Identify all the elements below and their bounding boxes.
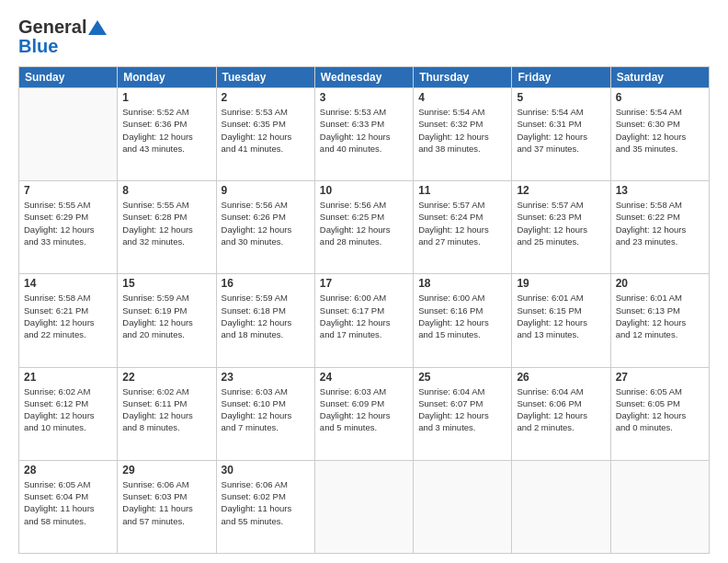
calendar-day-header: Tuesday	[216, 67, 314, 88]
calendar-cell	[414, 460, 512, 553]
day-number: 3	[320, 91, 408, 104]
calendar-day-header: Wednesday	[314, 67, 413, 88]
calendar-table: SundayMondayTuesdayWednesdayThursdayFrid…	[18, 66, 710, 554]
day-number: 25	[418, 371, 506, 384]
cell-info: Sunrise: 6:01 AM Sunset: 6:15 PM Dayligh…	[517, 292, 605, 340]
day-number: 22	[122, 371, 210, 384]
day-number: 30	[222, 464, 310, 477]
calendar-week-row: 7Sunrise: 5:55 AM Sunset: 6:29 PM Daylig…	[19, 181, 710, 274]
day-number: 2	[222, 91, 310, 104]
calendar-cell: 28Sunrise: 6:05 AM Sunset: 6:04 PM Dayli…	[19, 460, 118, 553]
calendar-cell: 5Sunrise: 5:54 AM Sunset: 6:31 PM Daylig…	[512, 88, 610, 181]
day-number: 4	[418, 91, 506, 104]
calendar-cell: 21Sunrise: 6:02 AM Sunset: 6:12 PM Dayli…	[19, 367, 118, 460]
calendar-cell	[314, 460, 413, 553]
calendar-cell: 20Sunrise: 6:01 AM Sunset: 6:13 PM Dayli…	[610, 274, 709, 367]
day-number: 9	[222, 184, 310, 197]
cell-info: Sunrise: 5:54 AM Sunset: 6:30 PM Dayligh…	[616, 106, 704, 155]
calendar-cell: 30Sunrise: 6:06 AM Sunset: 6:02 PM Dayli…	[216, 460, 314, 553]
calendar-day-header: Sunday	[19, 67, 118, 88]
cell-info: Sunrise: 5:53 AM Sunset: 6:33 PM Dayligh…	[320, 106, 408, 155]
calendar-cell: 7Sunrise: 5:55 AM Sunset: 6:29 PM Daylig…	[19, 181, 118, 274]
day-number: 24	[320, 371, 408, 384]
calendar-day-header: Friday	[512, 67, 610, 88]
day-number: 6	[616, 91, 704, 104]
calendar-cell: 13Sunrise: 5:58 AM Sunset: 6:22 PM Dayli…	[610, 181, 709, 274]
cell-info: Sunrise: 5:52 AM Sunset: 6:36 PM Dayligh…	[122, 106, 210, 155]
cell-info: Sunrise: 6:04 AM Sunset: 6:06 PM Dayligh…	[517, 385, 605, 434]
cell-info: Sunrise: 5:58 AM Sunset: 6:21 PM Dayligh…	[24, 292, 112, 340]
calendar-day-header: Monday	[118, 67, 216, 88]
cell-info: Sunrise: 5:55 AM Sunset: 6:29 PM Dayligh…	[24, 199, 112, 247]
day-number: 27	[616, 371, 704, 384]
day-number: 8	[122, 184, 210, 197]
svg-marker-0	[88, 20, 107, 35]
day-number: 18	[418, 277, 506, 290]
cell-info: Sunrise: 6:03 AM Sunset: 6:09 PM Dayligh…	[320, 385, 408, 434]
calendar-cell: 29Sunrise: 6:06 AM Sunset: 6:03 PM Dayli…	[118, 460, 216, 553]
calendar-cell: 19Sunrise: 6:01 AM Sunset: 6:15 PM Dayli…	[512, 274, 610, 367]
cell-info: Sunrise: 6:05 AM Sunset: 6:04 PM Dayligh…	[24, 478, 112, 527]
cell-info: Sunrise: 6:06 AM Sunset: 6:02 PM Dayligh…	[222, 478, 310, 527]
calendar-cell: 8Sunrise: 5:55 AM Sunset: 6:28 PM Daylig…	[118, 181, 216, 274]
cell-info: Sunrise: 6:01 AM Sunset: 6:13 PM Dayligh…	[616, 292, 704, 340]
cell-info: Sunrise: 5:56 AM Sunset: 6:25 PM Dayligh…	[320, 199, 408, 247]
day-number: 16	[222, 277, 310, 290]
day-number: 15	[122, 277, 210, 290]
day-number: 7	[24, 184, 112, 197]
day-number: 1	[122, 91, 210, 104]
calendar-day-header: Saturday	[610, 67, 709, 88]
calendar-week-row: 28Sunrise: 6:05 AM Sunset: 6:04 PM Dayli…	[19, 460, 710, 553]
header: General Blue	[18, 17, 710, 57]
calendar-cell: 11Sunrise: 5:57 AM Sunset: 6:24 PM Dayli…	[414, 181, 512, 274]
cell-info: Sunrise: 6:06 AM Sunset: 6:03 PM Dayligh…	[122, 478, 210, 527]
day-number: 12	[517, 184, 605, 197]
calendar-cell: 27Sunrise: 6:05 AM Sunset: 6:05 PM Dayli…	[610, 367, 709, 460]
cell-info: Sunrise: 6:05 AM Sunset: 6:05 PM Dayligh…	[616, 385, 704, 434]
day-number: 10	[320, 184, 408, 197]
logo-combined: General	[18, 17, 108, 38]
cell-info: Sunrise: 5:54 AM Sunset: 6:32 PM Dayligh…	[418, 106, 506, 155]
calendar-cell: 10Sunrise: 5:56 AM Sunset: 6:25 PM Dayli…	[314, 181, 413, 274]
cell-info: Sunrise: 5:58 AM Sunset: 6:22 PM Dayligh…	[616, 199, 704, 247]
cell-info: Sunrise: 5:59 AM Sunset: 6:19 PM Dayligh…	[122, 292, 210, 340]
cell-info: Sunrise: 5:56 AM Sunset: 6:26 PM Dayligh…	[222, 199, 310, 247]
logo-blue-text: Blue	[18, 36, 58, 57]
calendar-cell	[610, 460, 709, 553]
logo: General Blue	[18, 17, 108, 57]
calendar-cell: 12Sunrise: 5:57 AM Sunset: 6:23 PM Dayli…	[512, 181, 610, 274]
cell-info: Sunrise: 5:57 AM Sunset: 6:24 PM Dayligh…	[418, 199, 506, 247]
cell-info: Sunrise: 5:54 AM Sunset: 6:31 PM Dayligh…	[517, 106, 605, 155]
cell-info: Sunrise: 5:55 AM Sunset: 6:28 PM Dayligh…	[122, 199, 210, 247]
calendar-cell: 24Sunrise: 6:03 AM Sunset: 6:09 PM Dayli…	[314, 367, 413, 460]
cell-info: Sunrise: 5:57 AM Sunset: 6:23 PM Dayligh…	[517, 199, 605, 247]
calendar-week-row: 1Sunrise: 5:52 AM Sunset: 6:36 PM Daylig…	[19, 88, 710, 181]
calendar-header-row: SundayMondayTuesdayWednesdayThursdayFrid…	[19, 67, 710, 88]
calendar-cell: 25Sunrise: 6:04 AM Sunset: 6:07 PM Dayli…	[414, 367, 512, 460]
logo-general-text: General	[18, 17, 86, 38]
logo-triangle-icon	[88, 20, 107, 35]
cell-info: Sunrise: 6:02 AM Sunset: 6:12 PM Dayligh…	[24, 385, 112, 434]
calendar-cell: 16Sunrise: 5:59 AM Sunset: 6:18 PM Dayli…	[216, 274, 314, 367]
day-number: 26	[517, 371, 605, 384]
calendar-cell	[19, 88, 118, 181]
calendar-cell: 2Sunrise: 5:53 AM Sunset: 6:35 PM Daylig…	[216, 88, 314, 181]
calendar-cell: 23Sunrise: 6:03 AM Sunset: 6:10 PM Dayli…	[216, 367, 314, 460]
day-number: 13	[616, 184, 704, 197]
day-number: 5	[517, 91, 605, 104]
day-number: 29	[122, 464, 210, 477]
day-number: 23	[222, 371, 310, 384]
cell-info: Sunrise: 5:53 AM Sunset: 6:35 PM Dayligh…	[222, 106, 310, 155]
day-number: 20	[616, 277, 704, 290]
cell-info: Sunrise: 5:59 AM Sunset: 6:18 PM Dayligh…	[222, 292, 310, 340]
day-number: 28	[24, 464, 112, 477]
day-number: 14	[24, 277, 112, 290]
calendar-cell: 18Sunrise: 6:00 AM Sunset: 6:16 PM Dayli…	[414, 274, 512, 367]
cell-info: Sunrise: 6:04 AM Sunset: 6:07 PM Dayligh…	[418, 385, 506, 434]
day-number: 19	[517, 277, 605, 290]
calendar-cell: 22Sunrise: 6:02 AM Sunset: 6:11 PM Dayli…	[118, 367, 216, 460]
page: General Blue SundayMondayTuesdayWednesda…	[0, 0, 728, 563]
calendar-cell: 3Sunrise: 5:53 AM Sunset: 6:33 PM Daylig…	[314, 88, 413, 181]
calendar-cell	[512, 460, 610, 553]
cell-info: Sunrise: 6:02 AM Sunset: 6:11 PM Dayligh…	[122, 385, 210, 434]
